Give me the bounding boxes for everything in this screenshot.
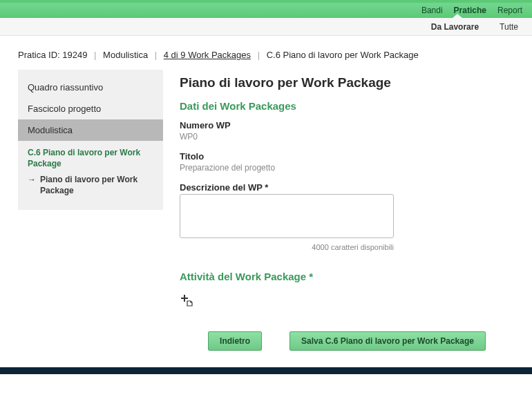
sidebar: Quadro riassuntivo Fascicolo progetto Mo…: [18, 70, 163, 210]
nav-caret-icon: [453, 14, 462, 18]
sidebar-item-modulistica[interactable]: Modulistica: [18, 119, 163, 141]
breadcrumb-work-packages[interactable]: 4 di 9 Work Packages: [164, 50, 251, 60]
breadcrumb-pratica-prefix: Pratica ID:: [18, 50, 60, 60]
descrizione-label: Descrizione del WP *: [180, 182, 514, 193]
footer-bar: [0, 367, 532, 374]
subnav-da-lavorare[interactable]: Da Lavorare: [431, 22, 479, 32]
descrizione-textarea[interactable]: [180, 194, 394, 238]
arrow-right-icon: →: [28, 175, 36, 196]
sidebar-item-quadro[interactable]: Quadro riassuntivo: [18, 77, 163, 98]
add-activity-button[interactable]: [180, 293, 192, 306]
nav-report[interactable]: Report: [497, 6, 522, 15]
back-button[interactable]: Indietro: [208, 331, 262, 351]
titolo-value: Preparazione del progetto: [180, 163, 514, 173]
page-title: Piano di lavoro per Work Package: [180, 75, 514, 90]
nav-bandi[interactable]: Bandi: [421, 6, 443, 15]
sidebar-sub-c6[interactable]: C.6 Piano di lavoro per Work Package: [18, 141, 163, 172]
sidebar-sub-piano[interactable]: → Piano di lavoro per Work Package: [18, 172, 163, 203]
subnav-tutte[interactable]: Tutte: [500, 22, 518, 32]
save-button[interactable]: Salva C.6 Piano di lavoro per Work Packa…: [289, 331, 486, 351]
numero-wp-label: Numero WP: [180, 120, 514, 130]
char-count: 4000 caratteri disponibili: [180, 243, 394, 251]
breadcrumb: Pratica ID: 19249 | Modulistica | 4 di 9…: [0, 36, 532, 70]
section-dati-wp: Dati dei Work Packages: [180, 100, 514, 112]
breadcrumb-pratica-id: 19249: [62, 50, 87, 60]
numero-wp-value: WP0: [180, 132, 514, 142]
breadcrumb-sep: |: [258, 50, 260, 60]
sub-nav: Da Lavorare Tutte: [0, 18, 532, 36]
breadcrumb-sep: |: [155, 50, 157, 60]
breadcrumb-current: C.6 Piano di lavoro per Work Package: [267, 50, 419, 60]
breadcrumb-modulistica[interactable]: Modulistica: [103, 50, 148, 60]
breadcrumb-sep: |: [94, 50, 96, 60]
add-file-icon: [180, 293, 193, 307]
topbar-accent: [0, 0, 532, 3]
sidebar-sub-piano-label: Piano di lavoro per Work Package: [40, 175, 153, 196]
titolo-label: Titolo: [180, 151, 514, 162]
section-attivita-wp: Attività del Work Package *: [180, 271, 514, 282]
main-panel: Piano di lavoro per Work Package Dati de…: [180, 70, 514, 351]
sidebar-item-fascicolo[interactable]: Fascicolo progetto: [18, 98, 163, 119]
